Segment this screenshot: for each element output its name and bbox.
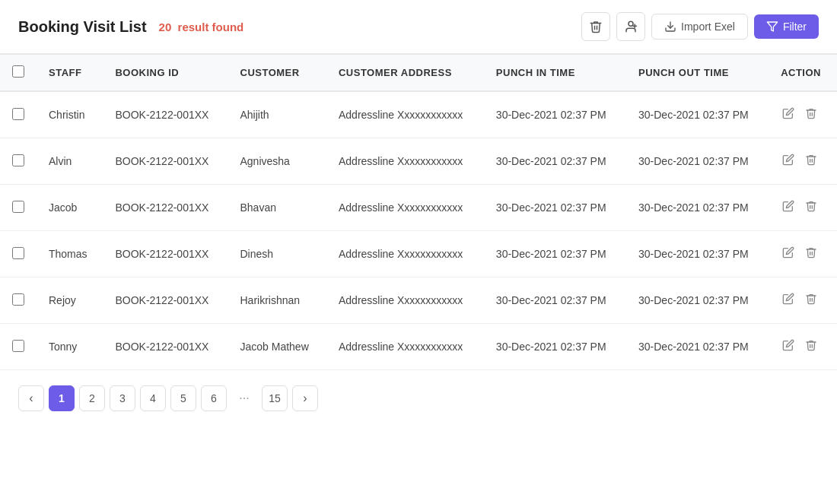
delete-row-button-5[interactable]: [804, 338, 819, 356]
row-punch-out: 30-Dec-2021 02:37 PM: [626, 324, 769, 370]
table-row: Alvin BOOK-2122-001XX Agnivesha Addressl…: [0, 138, 837, 185]
row-staff: Jacob: [37, 185, 103, 231]
row-customer: Jacob Mathew: [228, 324, 326, 370]
bookings-table: STAFF BOOKING ID CUSTOMER CUSTOMER ADDRE…: [0, 54, 837, 370]
col-punch-out-time: PUNCH OUT TIME: [626, 55, 769, 92]
row-checkbox-3[interactable]: [12, 247, 24, 259]
pagination-page-4[interactable]: 4: [140, 385, 166, 411]
row-staff: Christin: [37, 91, 103, 138]
pagination-page-15[interactable]: 15: [262, 385, 288, 411]
pagination-next[interactable]: ›: [292, 385, 318, 411]
import-label: Import Exel: [681, 21, 735, 33]
row-booking-id: BOOK-2122-001XX: [103, 277, 228, 324]
row-punch-in: 30-Dec-2021 02:37 PM: [484, 185, 626, 231]
edit-button-4[interactable]: [781, 291, 796, 309]
row-staff: Thomas: [37, 231, 103, 277]
row-booking-id: BOOK-2122-001XX: [103, 91, 228, 138]
action-btns: [781, 106, 825, 124]
col-booking-id: BOOKING ID: [103, 55, 228, 92]
delete-row-button-0[interactable]: [804, 106, 819, 124]
edit-icon: [782, 246, 794, 258]
filter-label: Filter: [783, 21, 807, 33]
filter-button[interactable]: Filter: [754, 14, 819, 39]
table-row: Tonny BOOK-2122-001XX Jacob Mathew Addre…: [0, 324, 837, 370]
edit-button-1[interactable]: [781, 152, 796, 170]
import-excel-button[interactable]: Import Exel: [651, 14, 748, 40]
row-checkbox-cell: [0, 138, 37, 185]
row-actions: [769, 324, 837, 370]
row-customer: Ahijith: [228, 91, 326, 138]
delete-row-button-3[interactable]: [804, 245, 819, 263]
result-count-text: result found: [178, 21, 244, 33]
edit-button-5[interactable]: [781, 338, 796, 356]
edit-icon: [782, 293, 794, 305]
result-count-number: 20: [159, 21, 172, 33]
trash-icon: [805, 154, 817, 166]
pagination-page-6[interactable]: 6: [201, 385, 227, 411]
row-checkbox-2[interactable]: [12, 201, 24, 213]
pagination: ‹ 1 2 3 4 5 6 ··· 15 ›: [0, 370, 837, 426]
row-customer: Bhavan: [228, 185, 326, 231]
col-customer: CUSTOMER: [228, 55, 326, 92]
edit-button-2[interactable]: [781, 198, 796, 217]
trash-icon: [805, 200, 817, 212]
header-checkbox-col: [0, 55, 37, 92]
row-checkbox-1[interactable]: [12, 154, 24, 166]
row-punch-out: 30-Dec-2021 02:37 PM: [626, 91, 769, 138]
select-all-checkbox[interactable]: [12, 65, 24, 78]
edit-icon: [782, 200, 794, 212]
trash-icon: [805, 246, 817, 258]
row-booking-id: BOOK-2122-001XX: [103, 231, 228, 277]
svg-marker-4: [767, 22, 777, 31]
table-container: STAFF BOOKING ID CUSTOMER CUSTOMER ADDRE…: [0, 54, 837, 370]
pagination-page-3[interactable]: 3: [110, 385, 135, 411]
row-address: Addressline Xxxxxxxxxxxx: [326, 138, 484, 185]
row-checkbox-0[interactable]: [12, 108, 24, 120]
action-btns: [781, 338, 825, 356]
delete-row-button-2[interactable]: [804, 198, 819, 217]
table-body: Christin BOOK-2122-001XX Ahijith Address…: [0, 91, 837, 370]
col-customer-address: CUSTOMER ADDRESS: [326, 55, 484, 92]
action-btns: [781, 152, 825, 170]
user-assign-button[interactable]: [616, 12, 645, 41]
table-row: Christin BOOK-2122-001XX Ahijith Address…: [0, 91, 837, 138]
table-row: Jacob BOOK-2122-001XX Bhavan Addressline…: [0, 185, 837, 231]
edit-icon: [782, 107, 794, 119]
pagination-page-2[interactable]: 2: [79, 385, 105, 411]
row-punch-in: 30-Dec-2021 02:37 PM: [484, 277, 626, 324]
row-checkbox-4[interactable]: [12, 293, 24, 306]
row-actions: [769, 138, 837, 185]
edit-button-3[interactable]: [781, 245, 796, 263]
page-title: Booking Visit List: [18, 18, 147, 36]
row-booking-id: BOOK-2122-001XX: [103, 324, 228, 370]
delete-button[interactable]: [581, 12, 610, 41]
row-punch-out: 30-Dec-2021 02:37 PM: [626, 231, 769, 277]
action-btns: [781, 198, 825, 217]
row-punch-out: 30-Dec-2021 02:37 PM: [626, 277, 769, 324]
row-punch-in: 30-Dec-2021 02:37 PM: [484, 324, 626, 370]
row-checkbox-cell: [0, 324, 37, 370]
trash-icon: [805, 107, 817, 119]
header-actions: Import Exel Filter: [581, 12, 819, 41]
edit-button-0[interactable]: [781, 106, 796, 124]
svg-point-0: [629, 21, 633, 26]
row-address: Addressline Xxxxxxxxxxxx: [326, 324, 484, 370]
row-checkbox-5[interactable]: [12, 340, 24, 352]
import-icon: [664, 21, 676, 33]
row-booking-id: BOOK-2122-001XX: [103, 138, 228, 185]
pagination-page-1[interactable]: 1: [49, 385, 75, 411]
row-address: Addressline Xxxxxxxxxxxx: [326, 91, 484, 138]
header-left: Booking Visit List 20 result found: [18, 18, 243, 36]
delete-row-button-4[interactable]: [804, 291, 819, 309]
pagination-page-5[interactable]: 5: [170, 385, 196, 411]
pagination-prev[interactable]: ‹: [18, 385, 44, 411]
delete-row-button-1[interactable]: [804, 152, 819, 170]
row-checkbox-cell: [0, 231, 37, 277]
col-staff: STAFF: [37, 55, 103, 92]
header: Booking Visit List 20 result found: [0, 0, 837, 54]
trash-icon: [805, 339, 817, 351]
row-actions: [769, 185, 837, 231]
row-checkbox-cell: [0, 185, 37, 231]
row-staff: Rejoy: [37, 277, 103, 324]
row-punch-out: 30-Dec-2021 02:37 PM: [626, 185, 769, 231]
